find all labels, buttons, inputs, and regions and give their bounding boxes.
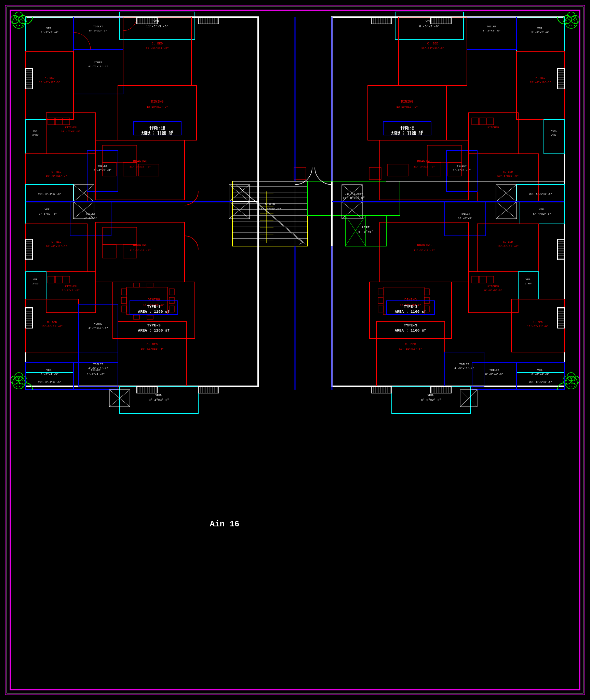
floor-plan-container (0, 0, 590, 700)
floor-plan-canvas (0, 0, 590, 700)
